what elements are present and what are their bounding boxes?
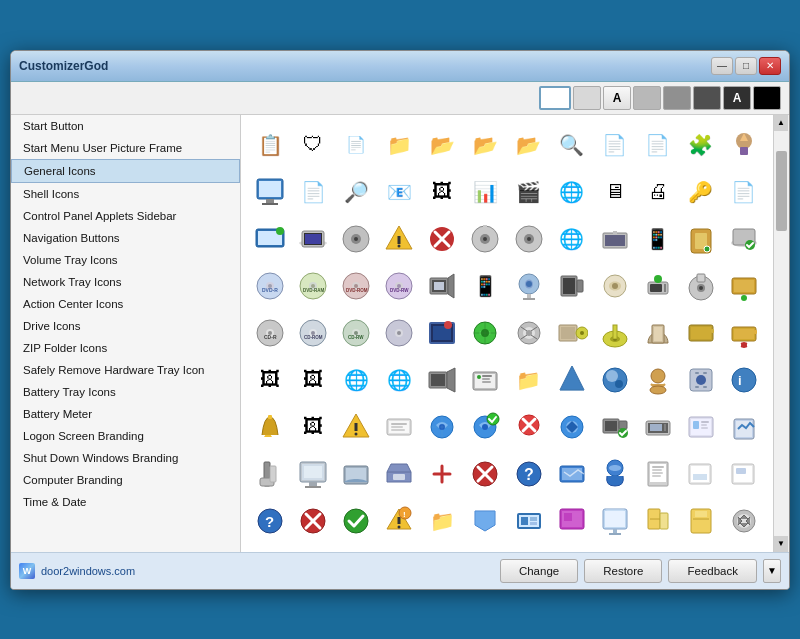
icon-cell[interactable]: 📋	[249, 123, 291, 167]
icon-cell[interactable]: ?	[249, 499, 291, 543]
icon-cell[interactable]: !	[378, 499, 420, 543]
icon-cell[interactable]	[680, 499, 722, 543]
icon-cell[interactable]: 🖼	[249, 358, 291, 402]
vertical-scrollbar[interactable]: ▲ ▼	[773, 115, 789, 552]
sidebar-item-shell-icons[interactable]: Shell Icons	[11, 183, 240, 205]
icon-cell[interactable]	[594, 499, 636, 543]
icon-cell[interactable]: 🖼	[421, 170, 463, 214]
icon-cell[interactable]	[723, 217, 765, 261]
icon-cell[interactable]	[421, 452, 463, 496]
icon-cell[interactable]	[464, 405, 506, 449]
icon-cell[interactable]	[551, 499, 593, 543]
icon-cell[interactable]	[335, 217, 377, 261]
icon-cell[interactable]	[335, 405, 377, 449]
icon-cell[interactable]: i	[723, 358, 765, 402]
icon-cell[interactable]: 🌐	[378, 358, 420, 402]
icon-cell[interactable]	[378, 452, 420, 496]
icon-cell[interactable]	[551, 405, 593, 449]
sidebar-item-network-tray[interactable]: Network Tray Icons	[11, 271, 240, 293]
icon-cell[interactable]: 🖨	[637, 170, 679, 214]
icon-cell[interactable]	[378, 405, 420, 449]
icon-cell[interactable]: CD-R	[249, 311, 291, 355]
sidebar-item-shutdown-branding[interactable]: Shut Down Windows Branding	[11, 447, 240, 469]
sidebar-item-volume-tray[interactable]: Volume Tray Icons	[11, 249, 240, 271]
icon-cell[interactable]	[723, 452, 765, 496]
icon-cell[interactable]: 🖼	[292, 405, 334, 449]
icon-cell[interactable]	[292, 499, 334, 543]
icon-cell[interactable]: 📄	[292, 170, 334, 214]
sidebar-item-start-menu-picture[interactable]: Start Menu User Picture Frame	[11, 137, 240, 159]
icon-cell[interactable]: 🌐	[551, 170, 593, 214]
icon-cell[interactable]	[249, 217, 291, 261]
icon-cell[interactable]: 📊	[464, 170, 506, 214]
icon-cell[interactable]: 🔍	[551, 123, 593, 167]
icon-cell[interactable]	[421, 311, 463, 355]
icon-cell[interactable]	[723, 499, 765, 543]
icon-cell[interactable]: 📁	[507, 358, 549, 402]
icon-cell[interactable]	[551, 311, 593, 355]
icon-cell[interactable]	[637, 499, 679, 543]
icon-cell[interactable]	[507, 405, 549, 449]
icon-cell[interactable]: 📄	[637, 123, 679, 167]
icon-cell[interactable]	[594, 405, 636, 449]
icon-cell[interactable]	[464, 499, 506, 543]
icon-cell[interactable]: 📂	[464, 123, 506, 167]
icon-cell[interactable]: ?	[507, 452, 549, 496]
icon-cell[interactable]	[292, 217, 334, 261]
icon-cell[interactable]: 🖥	[594, 170, 636, 214]
icon-cell[interactable]: 🌐	[335, 358, 377, 402]
icon-cell[interactable]	[378, 311, 420, 355]
sidebar-item-control-panel[interactable]: Control Panel Applets Sidebar	[11, 205, 240, 227]
icon-cell[interactable]: CD-RW	[335, 311, 377, 355]
sidebar-item-safely-remove[interactable]: Safely Remove Hardware Tray Icon	[11, 359, 240, 381]
icon-cell[interactable]	[637, 358, 679, 402]
icon-cell[interactable]	[421, 358, 463, 402]
icon-cell[interactable]	[507, 311, 549, 355]
style-dark-a-btn[interactable]: A	[723, 86, 751, 110]
maximize-button[interactable]: □	[735, 57, 757, 75]
minimize-button[interactable]: —	[711, 57, 733, 75]
style-darkgray-btn[interactable]	[693, 86, 721, 110]
icon-cell[interactable]	[421, 405, 463, 449]
icon-cell[interactable]: 🌐	[551, 217, 593, 261]
sidebar-item-battery-tray[interactable]: Battery Tray Icons	[11, 381, 240, 403]
icon-cell[interactable]: 🔎	[335, 170, 377, 214]
icon-cell[interactable]	[594, 452, 636, 496]
icon-cell[interactable]: 📄	[335, 123, 377, 167]
icon-cell[interactable]	[723, 311, 765, 355]
sidebar-item-general-icons[interactable]: General Icons	[11, 159, 240, 183]
icon-cell[interactable]	[723, 123, 765, 167]
icon-cell[interactable]: CD-ROM	[292, 311, 334, 355]
icon-cell[interactable]	[637, 311, 679, 355]
sidebar-item-battery-meter[interactable]: Battery Meter	[11, 403, 240, 425]
sidebar-item-computer-branding[interactable]: Computer Branding	[11, 469, 240, 491]
icon-cell[interactable]: 📱	[464, 264, 506, 308]
style-white-btn[interactable]	[539, 86, 571, 110]
icon-cell[interactable]: 🛡	[292, 123, 334, 167]
icon-cell[interactable]	[551, 452, 593, 496]
icon-cell[interactable]: 🖼	[292, 358, 334, 402]
icon-cell[interactable]: 📧	[378, 170, 420, 214]
icon-cell[interactable]	[464, 452, 506, 496]
scroll-down-button[interactable]: ▼	[763, 559, 781, 583]
icon-cell[interactable]	[249, 452, 291, 496]
style-gray1-btn[interactable]	[633, 86, 661, 110]
sidebar-item-action-center[interactable]: Action Center Icons	[11, 293, 240, 315]
icon-cell[interactable]	[680, 311, 722, 355]
icon-cell[interactable]: DVD-ROM	[335, 264, 377, 308]
icon-cell[interactable]	[464, 217, 506, 261]
icon-cell[interactable]	[335, 499, 377, 543]
icon-cell[interactable]: DVD-RW	[378, 264, 420, 308]
sidebar-item-start-button[interactable]: Start Button	[11, 115, 240, 137]
icon-cell[interactable]: DVD-RAM	[292, 264, 334, 308]
icon-cell[interactable]	[594, 358, 636, 402]
icon-cell[interactable]	[680, 217, 722, 261]
icon-cell[interactable]	[292, 452, 334, 496]
icon-cell[interactable]	[637, 405, 679, 449]
icon-cell[interactable]	[723, 405, 765, 449]
icon-cell[interactable]	[335, 452, 377, 496]
icon-cell[interactable]	[464, 311, 506, 355]
icon-cell[interactable]: 📁	[421, 499, 463, 543]
icon-cell[interactable]	[680, 358, 722, 402]
sidebar-item-logon-screen[interactable]: Logon Screen Branding	[11, 425, 240, 447]
